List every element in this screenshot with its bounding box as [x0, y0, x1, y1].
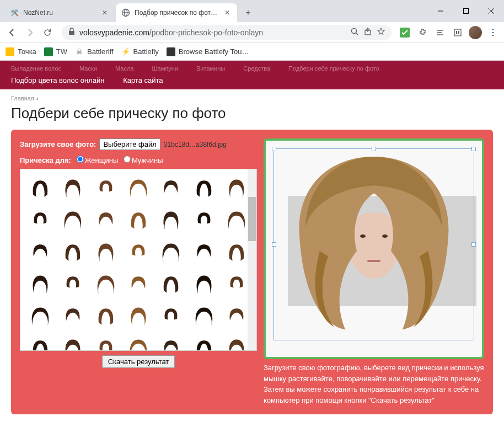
hairstyle-option[interactable]: [189, 238, 219, 268]
hairstyle-option[interactable]: [57, 302, 88, 332]
hairstyle-option[interactable]: [57, 270, 88, 300]
nav-link[interactable]: Подбор цвета волос онлайн: [11, 76, 105, 84]
menu-icon[interactable]: ⋮: [486, 26, 500, 39]
hairstyle-option[interactable]: [123, 302, 153, 332]
upload-label: Загрузите свое фото:: [20, 140, 96, 148]
close-button[interactable]: [479, 0, 504, 22]
bookmark-battlefly[interactable]: ⚡Battlefly: [121, 47, 159, 56]
ext-list-icon[interactable]: [433, 26, 447, 39]
globe-icon: [121, 8, 130, 17]
hairstyle-option[interactable]: [90, 206, 121, 236]
hairstyle-option[interactable]: [123, 206, 153, 236]
bookmark-tw[interactable]: TW: [44, 47, 67, 56]
selection-box[interactable]: [274, 148, 474, 340]
hairstyle-option[interactable]: [156, 270, 186, 300]
nav-link[interactable]: Маски: [79, 65, 97, 72]
hairstyle-option[interactable]: [189, 206, 219, 236]
hairstyle-option[interactable]: [123, 174, 153, 204]
hairstyle-option[interactable]: [156, 334, 186, 351]
hairstyle-option[interactable]: [156, 174, 186, 204]
ext-check-icon[interactable]: [398, 26, 411, 39]
hairstyle-option[interactable]: [57, 238, 88, 268]
hairstyle-option[interactable]: [90, 302, 121, 332]
hairstyle-option[interactable]: [156, 206, 186, 236]
hairstyle-option[interactable]: [189, 302, 219, 332]
breadcrumb: Главная›: [11, 95, 493, 102]
download-button[interactable]: Скачать результат: [102, 355, 175, 368]
close-icon[interactable]: ✕: [100, 8, 109, 17]
hairstyle-option[interactable]: [57, 174, 88, 204]
hairstyle-option[interactable]: [25, 206, 55, 236]
tab-hairstyle[interactable]: Подбор причесок по фото онла ✕: [116, 3, 237, 22]
chevron-right-icon: ›: [36, 95, 39, 102]
browser-titlebar: 🛠️ NozNet.ru ✕ Подбор причесок по фото о…: [0, 0, 504, 22]
scrollbar[interactable]: [248, 169, 256, 350]
sheets-icon: [44, 47, 53, 56]
hairstyle-option[interactable]: [90, 238, 121, 268]
gender-label: Прическа для:: [20, 156, 71, 164]
hairstyle-option[interactable]: [25, 302, 55, 332]
skull-icon: ☠: [75, 47, 84, 56]
choose-file-button[interactable]: Выберите файл: [99, 138, 160, 150]
hairstyle-option[interactable]: [90, 334, 121, 351]
bookmark-battleriff[interactable]: ☠Battleriff: [75, 47, 113, 56]
hairstyle-option[interactable]: [90, 174, 121, 204]
forward-button[interactable]: [22, 25, 37, 40]
nav-link[interactable]: Шампуни: [152, 65, 178, 72]
hairstyle-option[interactable]: [25, 238, 55, 268]
nav-link[interactable]: Карта сайта: [123, 76, 163, 84]
resize-handle[interactable]: [471, 242, 476, 247]
scrollbar-thumb[interactable]: [248, 197, 256, 241]
browser-toolbar: volosvypadenie.com/podbor-prichesok-po-f…: [0, 22, 504, 43]
avatar[interactable]: [469, 26, 482, 39]
hairstyle-option[interactable]: [25, 334, 55, 351]
tab-noznet[interactable]: 🛠️ NozNet.ru ✕: [4, 3, 115, 22]
ext-media-icon[interactable]: [451, 26, 464, 39]
hairstyle-option[interactable]: [25, 174, 55, 204]
resize-handle[interactable]: [272, 147, 276, 151]
hairstyle-option[interactable]: [123, 270, 153, 300]
hairstyle-option[interactable]: [123, 238, 153, 268]
back-button[interactable]: [4, 25, 20, 40]
window-controls: [428, 0, 504, 22]
hairstyle-option[interactable]: [189, 334, 219, 351]
hairstyle-option[interactable]: [156, 238, 186, 268]
radio-women[interactable]: [77, 156, 84, 163]
resize-handle[interactable]: [372, 147, 376, 151]
nav-link[interactable]: Подбери себе прическу по фото: [288, 65, 379, 72]
hairstyle-option[interactable]: [189, 270, 219, 300]
star-icon[interactable]: [377, 28, 385, 37]
share-icon[interactable]: [364, 28, 372, 37]
page-content: Выпадение волос Маски Масла Шампуни Вита…: [0, 61, 504, 427]
hairstyle-option[interactable]: [57, 334, 88, 351]
radio-men[interactable]: [124, 156, 131, 163]
app-panel: Загрузите свое фото: Выберите файл 31bc1…: [11, 130, 493, 414]
hairstyle-option[interactable]: [189, 174, 219, 204]
address-bar[interactable]: volosvypadenie.com/podbor-prichesok-po-f…: [62, 25, 392, 40]
nav-link[interactable]: Витамины: [196, 65, 225, 72]
resize-handle[interactable]: [272, 242, 276, 247]
hairstyle-option[interactable]: [90, 270, 121, 300]
svg-rect-17: [458, 31, 459, 34]
search-icon[interactable]: [351, 28, 358, 37]
extensions-icon[interactable]: [416, 26, 429, 39]
nav-link[interactable]: Средства: [243, 65, 270, 72]
close-icon[interactable]: ✕: [223, 8, 232, 17]
bookmark-battlefy-tour[interactable]: Browse Battlefy Tou…: [167, 47, 249, 56]
hairstyle-option[interactable]: [57, 206, 88, 236]
svg-rect-16: [456, 31, 457, 34]
hairstyle-option[interactable]: [123, 334, 153, 351]
nav-link[interactable]: Выпадение волос: [11, 65, 61, 72]
reload-button[interactable]: [40, 25, 55, 40]
hairstyle-option[interactable]: [156, 302, 186, 332]
resize-handle[interactable]: [471, 147, 476, 151]
hairstyle-option[interactable]: [25, 270, 55, 300]
maximize-button[interactable]: [453, 0, 479, 22]
wrench-icon: 🛠️: [10, 8, 19, 17]
new-tab-button[interactable]: +: [240, 5, 256, 20]
bookmark-tochka[interactable]: Точка: [6, 47, 36, 56]
breadcrumb-home[interactable]: Главная: [11, 95, 34, 102]
nav-link[interactable]: Масла: [115, 65, 133, 72]
minimize-button[interactable]: [428, 0, 453, 22]
preview-area[interactable]: [264, 138, 484, 359]
